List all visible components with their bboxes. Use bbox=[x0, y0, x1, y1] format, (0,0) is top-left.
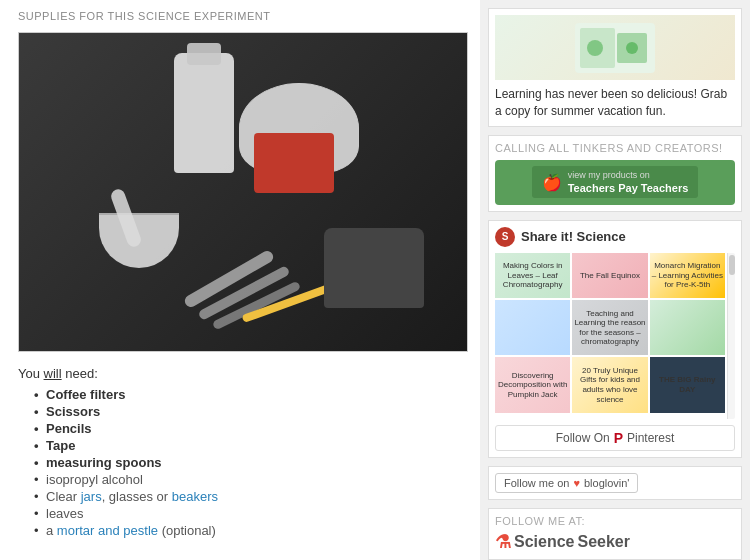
ad-image bbox=[495, 15, 735, 80]
pin-grid: Making Colors in Leaves – Leaf Chromatog… bbox=[495, 253, 725, 413]
you-text: You bbox=[18, 366, 44, 381]
bloglovin-heart-icon: ♥ bbox=[573, 477, 580, 489]
ad-box: Learning has never been so delicious! Gr… bbox=[488, 8, 742, 127]
pinterest-label: Pinterest bbox=[627, 431, 674, 445]
page-title: SUPPLIES FOR THIS SCIENCE EXPERIMENT bbox=[18, 10, 462, 22]
list-item: Tape bbox=[34, 438, 462, 453]
supply-list: Coffee filters Scissors Pencils Tape mea… bbox=[18, 387, 462, 538]
pin-cell[interactable]: Discovering Decomposition with Pumpkin J… bbox=[495, 357, 570, 412]
scienceseeker-logo[interactable]: ⚗ Science Seeker bbox=[495, 531, 735, 553]
svg-point-4 bbox=[626, 42, 638, 54]
follow-pinterest-button[interactable]: Follow On P Pinterest bbox=[495, 425, 735, 451]
calling-box: CALLING ALL TINKERS AND CREATORS! 🍎 view… bbox=[488, 135, 742, 212]
pin-cell[interactable]: Making Colors in Leaves – Leaf Chromatog… bbox=[495, 253, 570, 299]
svg-point-3 bbox=[587, 40, 603, 56]
list-item: Clear jars, glasses or beakers bbox=[34, 489, 462, 504]
jars-link[interactable]: jars bbox=[81, 489, 102, 504]
follow-me-at-label: FOLLOW ME AT: bbox=[495, 515, 735, 527]
tpt-banner[interactable]: 🍎 view my products on Teachers Pay Teach… bbox=[495, 160, 735, 205]
pin-cell[interactable]: Teaching and Learning the reason for the… bbox=[572, 300, 647, 355]
list-item: Scissors bbox=[34, 404, 462, 419]
will-text: will bbox=[44, 366, 62, 381]
pin-cell[interactable]: The Fall Equinox bbox=[572, 253, 647, 299]
pin-cell[interactable] bbox=[650, 300, 725, 355]
scienceseeker-box: FOLLOW ME AT: ⚗ Science Seeker bbox=[488, 508, 742, 560]
mortar-link[interactable]: mortar and pestle bbox=[57, 523, 158, 538]
share-icon: S bbox=[495, 227, 515, 247]
pin-cell[interactable]: THE BIG Rainy DAY bbox=[650, 357, 725, 412]
bloglovin-button[interactable]: Follow me on ♥ bloglovin' bbox=[495, 473, 638, 493]
scrollbar[interactable] bbox=[727, 253, 735, 419]
list-item: a mortar and pestle (optional) bbox=[34, 523, 462, 538]
share-title: Share it! Science bbox=[521, 229, 626, 244]
bloglovin-box: Follow me on ♥ bloglovin' bbox=[488, 466, 742, 500]
list-item: Pencils bbox=[34, 421, 462, 436]
list-item: leaves bbox=[34, 506, 462, 521]
list-item: isopropyl alcohol bbox=[34, 472, 462, 487]
supplies-section: You will need: Coffee filters Scissors P… bbox=[18, 366, 462, 538]
pin-cell[interactable] bbox=[495, 300, 570, 355]
calling-title: CALLING ALL TINKERS AND CREATORS! bbox=[495, 142, 735, 154]
right-column: Learning has never been so delicious! Gr… bbox=[480, 0, 750, 560]
left-column: SUPPLIES FOR THIS SCIENCE EXPERIMENT You… bbox=[0, 0, 480, 560]
bloglovin-platform: bloglovin' bbox=[584, 477, 630, 489]
scienceseeker-icon: ⚗ bbox=[495, 531, 511, 553]
scienceseeker-text: Science bbox=[514, 533, 574, 551]
experiment-image bbox=[18, 32, 468, 352]
bloglovin-prefix: Follow me on bbox=[504, 477, 569, 489]
share-header: S Share it! Science bbox=[495, 227, 735, 247]
scienceseeker-seeker: Seeker bbox=[577, 533, 630, 551]
pin-cell[interactable]: 20 Truly Unique Gifts for kids and adult… bbox=[572, 357, 647, 412]
ad-text: Learning has never been so delicious! Gr… bbox=[495, 86, 735, 120]
pinterest-logo: P bbox=[614, 430, 623, 446]
pin-cell[interactable]: Monarch Migration – Learning Activities … bbox=[650, 253, 725, 299]
pinterest-box: S Share it! Science Making Colors in Lea… bbox=[488, 220, 742, 458]
beakers-link[interactable]: beakers bbox=[172, 489, 218, 504]
list-item: measuring spoons bbox=[34, 455, 462, 470]
list-item: Coffee filters bbox=[34, 387, 462, 402]
need-text: need: bbox=[62, 366, 98, 381]
